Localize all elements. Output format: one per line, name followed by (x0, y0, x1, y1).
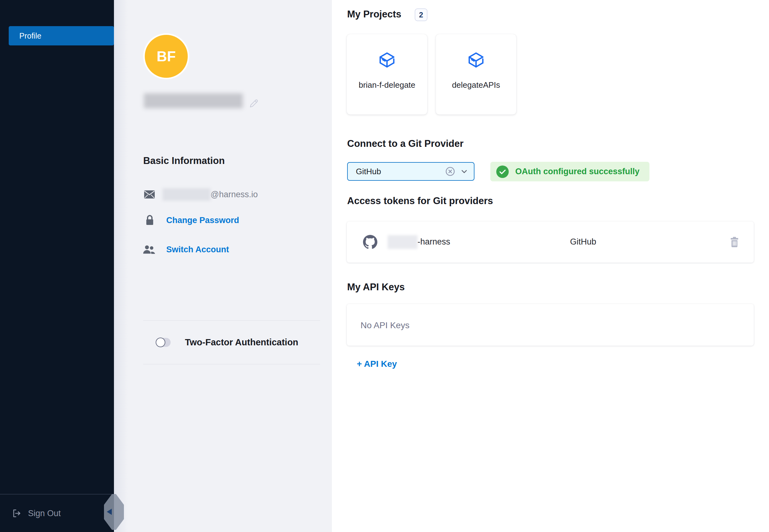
edit-name-icon[interactable] (248, 98, 259, 109)
toggle-knob (156, 338, 165, 347)
two-factor-toggle[interactable] (156, 338, 171, 347)
api-keys-empty-message: No API Keys (360, 321, 410, 330)
change-password-label: Change Password (166, 216, 239, 225)
email-domain: @harness.io (210, 190, 258, 199)
email-icon (144, 190, 155, 199)
sign-out-icon (12, 508, 22, 518)
check-circle-icon (496, 166, 509, 178)
email-row: @harness.io (144, 187, 258, 202)
basic-information-heading: Basic Information (143, 155, 225, 166)
switch-account-link[interactable]: Switch Account (143, 243, 229, 256)
project-card[interactable]: brian-f-delegate (347, 34, 427, 114)
project-cube-icon (467, 50, 486, 70)
two-factor-label: Two-Factor Authentication (185, 337, 298, 348)
project-name: brian-f-delegate (359, 80, 415, 90)
lock-icon (145, 215, 154, 226)
profile-panel (114, 0, 332, 532)
redacted-token-username (388, 235, 418, 249)
access-token-row: -harness GitHub (347, 222, 754, 263)
chevron-down-icon[interactable] (460, 167, 468, 175)
redacted-display-name (144, 93, 243, 108)
access-tokens-heading: Access tokens for Git providers (347, 195, 493, 207)
sign-out-button[interactable]: Sign Out (12, 507, 61, 520)
git-provider-heading: Connect to a Git Provider (347, 138, 464, 149)
projects-count-badge: 2 (415, 8, 428, 21)
token-username-suffix: -harness (418, 238, 450, 246)
redacted-email-prefix (162, 188, 210, 201)
users-icon (143, 245, 156, 254)
api-keys-empty-card: No API Keys (347, 304, 754, 346)
divider (143, 320, 320, 321)
avatar-initials: BF (157, 48, 176, 65)
change-password-link[interactable]: Change Password (145, 214, 239, 226)
oauth-status-text: OAuth configured successfully (515, 167, 640, 176)
sidebar-item-profile[interactable]: Profile (9, 26, 114, 45)
git-provider-select[interactable]: GitHub (347, 162, 475, 181)
divider (143, 364, 320, 364)
delete-token-icon[interactable] (730, 237, 739, 247)
switch-account-label: Switch Account (166, 245, 229, 254)
sidebar-footer-divider (0, 494, 114, 494)
token-provider: GitHub (570, 238, 596, 246)
collapse-left-arrow-icon (107, 509, 112, 515)
add-api-key-button[interactable]: + API Key (357, 360, 397, 368)
sign-out-label: Sign Out (28, 509, 61, 518)
project-card[interactable]: delegateAPIs (436, 34, 516, 114)
clear-selection-icon[interactable] (445, 166, 455, 176)
git-provider-selected-value: GitHub (356, 167, 381, 176)
sidebar: Profile Sign Out (0, 0, 114, 532)
project-cube-icon (377, 50, 397, 70)
api-keys-heading: My API Keys (347, 282, 405, 293)
oauth-status-badge: OAuth configured successfully (490, 162, 649, 181)
my-projects-heading: My Projects (347, 9, 401, 20)
project-name: delegateAPIs (452, 80, 500, 90)
github-icon (363, 235, 377, 249)
avatar: BF (145, 35, 188, 78)
